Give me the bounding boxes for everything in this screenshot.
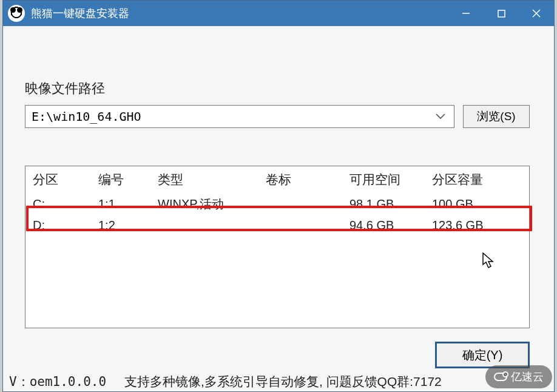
minimize-button[interactable] xyxy=(448,1,484,26)
cell-type xyxy=(150,215,258,235)
version-text: V：oem1.0.0.0 xyxy=(9,373,106,390)
image-path-input[interactable] xyxy=(32,109,433,124)
browse-button[interactable]: 浏览(S) xyxy=(463,105,530,128)
cell-partition: D: xyxy=(25,215,91,235)
header-label: 卷标 xyxy=(258,166,342,193)
cell-number: 1:1 xyxy=(91,193,150,215)
cell-number: 1:2 xyxy=(91,215,150,235)
table-row[interactable]: D: 1:2 94.6 GB 123.6 GB xyxy=(25,215,529,235)
header-free: 可用空间 xyxy=(342,166,425,193)
app-window: 熊猫一键硬盘安装器 映像文件路径 浏览(S) xyxy=(2,0,555,392)
window-controls xyxy=(448,1,554,26)
header-partition: 分区 xyxy=(25,166,91,193)
cell-type: WINXP,活动 xyxy=(150,193,258,215)
table-row[interactable]: C: 1:1 WINXP,活动 98.1 GB 100 GB xyxy=(25,193,529,215)
svg-rect-1 xyxy=(498,10,505,17)
titlebar: 熊猫一键硬盘安装器 xyxy=(3,1,554,26)
content-area: 映像文件路径 浏览(S) 分区 编号 类型 卷标 可用空间 xyxy=(3,26,554,374)
close-button[interactable] xyxy=(519,1,554,26)
cell-free: 98.1 GB xyxy=(342,193,425,215)
chevron-down-icon[interactable] xyxy=(433,112,448,121)
cell-partition: C: xyxy=(25,193,91,215)
cloud-icon xyxy=(494,373,507,381)
cell-label xyxy=(258,215,342,235)
table-header-row: 分区 编号 类型 卷标 可用空间 分区容量 xyxy=(25,166,529,193)
watermark-text: 亿速云 xyxy=(511,370,544,384)
partition-table[interactable]: 分区 编号 类型 卷标 可用空间 分区容量 C: 1:1 WINXP,活动 9 xyxy=(25,166,529,235)
cell-capacity: 123.6 GB xyxy=(425,215,529,235)
cell-label xyxy=(258,193,342,215)
ok-button[interactable]: 确定(Y) xyxy=(435,342,530,368)
footer-info: 支持多种镜像,多系统引导自动修复, 问题反馈QQ群:7172 xyxy=(124,373,442,390)
partition-table-wrap: 分区 编号 类型 卷标 可用空间 分区容量 C: 1:1 WINXP,活动 9 xyxy=(25,166,530,328)
image-path-label: 映像文件路径 xyxy=(25,79,530,98)
path-combobox[interactable] xyxy=(25,105,454,128)
header-type: 类型 xyxy=(150,166,258,193)
window-title: 熊猫一键硬盘安装器 xyxy=(31,6,448,21)
header-number: 编号 xyxy=(91,166,150,193)
path-row: 浏览(S) xyxy=(25,105,530,128)
panda-icon xyxy=(8,5,25,22)
watermark: 亿速云 xyxy=(485,365,552,388)
cell-capacity: 100 GB xyxy=(425,193,529,215)
ok-row: 确定(Y) xyxy=(25,342,530,368)
maximize-button[interactable] xyxy=(484,1,519,26)
header-capacity: 分区容量 xyxy=(425,166,529,193)
cell-free: 94.6 GB xyxy=(342,215,425,235)
footer: V：oem1.0.0.0 支持多种镜像,多系统引导自动修复, 问题反馈QQ群:7… xyxy=(9,373,548,390)
